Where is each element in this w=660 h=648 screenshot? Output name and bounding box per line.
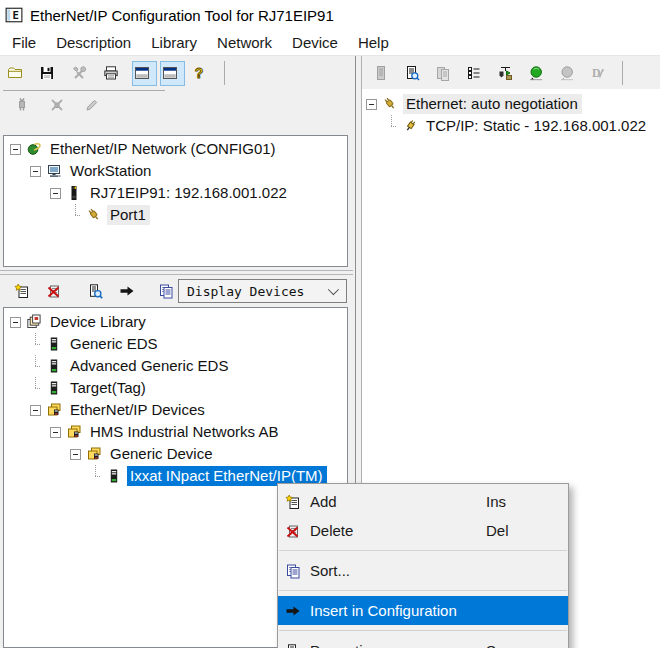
tree-item-label: Target(Tag) (67, 378, 150, 398)
module-black-icon (66, 185, 82, 201)
device-icon (46, 336, 62, 352)
view-right-pane-button[interactable] (160, 61, 185, 86)
chevron-down-icon (328, 284, 339, 295)
menu-library[interactable]: Library (141, 32, 207, 53)
tree-item[interactable]: TCP/IP: Static - 192.168.001.022 (366, 115, 660, 137)
library-icon (26, 314, 42, 330)
tree-item[interactable]: Ethernet: auto negotiation (366, 93, 660, 115)
network-icon (26, 141, 42, 157)
toolbar-separator (224, 61, 225, 85)
menu-item-insert-in-configuration[interactable]: Insert in Configuration (278, 596, 568, 625)
tree-item-label: Advanced Generic EDS (67, 356, 232, 376)
tree-connector (386, 115, 397, 137)
title-bar: E EtherNet/IP Configuration Tool for RJ7… (0, 0, 660, 30)
menu-device[interactable]: Device (282, 32, 348, 53)
device-icon (46, 380, 62, 396)
network-add-icon (497, 65, 513, 81)
menu-network[interactable]: Network (207, 32, 282, 53)
tree-item[interactable]: EtherNet/IP Network (CONFIG01) (10, 138, 347, 160)
device-properties-button[interactable] (84, 278, 110, 304)
tree-item-label: Ethernet: auto negotiation (403, 94, 582, 114)
tree-item[interactable]: EtherNet/IP Devices (10, 399, 347, 421)
add-device-button[interactable] (11, 278, 37, 304)
tree-item-label: HMS Industrial Networks AB (87, 422, 282, 442)
delete-device-icon (46, 283, 62, 299)
tree-item-label: Generic Device (107, 444, 217, 464)
menu-separator (279, 630, 567, 631)
tree-connector (70, 204, 81, 226)
help-button[interactable]: ? (188, 60, 214, 86)
insert-arrow-icon (285, 603, 301, 619)
plug-x-icon (49, 97, 65, 113)
open-button[interactable] (4, 60, 30, 86)
tree-item[interactable]: Port1 (10, 204, 347, 226)
expand-toggle[interactable] (10, 144, 21, 155)
expand-toggle[interactable] (30, 405, 41, 416)
tree-item[interactable]: Generic EDS (10, 333, 347, 355)
pane-icon (134, 65, 150, 81)
delete-device-button[interactable] (43, 278, 69, 304)
menu-item-label: Sort... (310, 562, 350, 579)
view-left-pane-button[interactable] (132, 61, 157, 86)
print-button[interactable] (100, 60, 126, 86)
expand-toggle[interactable] (30, 166, 41, 177)
expand-toggle[interactable] (70, 449, 81, 460)
menu-separator (279, 550, 567, 551)
menu-description[interactable]: Description (46, 32, 141, 53)
tree-item[interactable]: RJ71EIP91: 192.168.001.022 (10, 182, 347, 204)
expand-toggle[interactable] (10, 317, 21, 328)
tree-item[interactable]: WorkStation (10, 160, 347, 182)
svg-text:?: ? (194, 65, 203, 81)
tree-connector (90, 465, 101, 487)
port-icon (86, 207, 102, 223)
folder-icon (7, 65, 23, 81)
expand-toggle[interactable] (50, 188, 61, 199)
go-online-button[interactable] (525, 60, 551, 86)
expand-toggle[interactable] (366, 99, 377, 110)
menu-item-shortcut: Del (486, 522, 566, 539)
insert-in-configuration-button[interactable] (116, 278, 142, 304)
pencil-gray-icon (84, 97, 100, 113)
menu-item-properties[interactable]: PropertiesSpace (278, 636, 568, 648)
tree-item-label: TCP/IP: Static - 192.168.001.022 (423, 116, 650, 136)
properties-device-icon (285, 643, 301, 648)
tree-item-label: RJ71EIP91: 192.168.001.022 (87, 183, 291, 203)
library-toolbar: Display Devices (0, 276, 356, 306)
interface-toolbar: D (362, 56, 660, 90)
menu-item-add[interactable]: AddIns (278, 487, 568, 516)
tree-item[interactable]: HMS Industrial Networks AB (10, 421, 347, 443)
menu-file[interactable]: File (2, 32, 46, 53)
menu-item-label: Add (310, 493, 337, 510)
save-button[interactable] (36, 60, 62, 86)
tree-item[interactable]: Target(Tag) (10, 377, 347, 399)
menu-separator (279, 590, 567, 591)
tree-connector (30, 333, 41, 355)
module-search-icon (404, 65, 420, 81)
menu-item-shortcut: Ins (486, 493, 566, 510)
insert-network-button[interactable] (494, 60, 520, 86)
task-list-button[interactable] (463, 60, 489, 86)
toolbar-separator (622, 61, 623, 85)
device-group-icon (86, 446, 102, 462)
device-group-icon (66, 424, 82, 440)
window-title: EtherNet/IP Configuration Tool for RJ71E… (30, 7, 334, 24)
tree-item[interactable]: Device Library (10, 311, 347, 333)
tree-item[interactable]: Generic Device (10, 443, 347, 465)
print-icon (103, 65, 119, 81)
menu-item-delete[interactable]: DeleteDel (278, 516, 568, 545)
help-icon: ? (191, 65, 207, 81)
tree-item[interactable]: Advanced Generic EDS (10, 355, 347, 377)
diagnostics-button: D (587, 60, 613, 86)
menu-item-sort[interactable]: Sort... (278, 556, 568, 585)
list-icon (466, 65, 482, 81)
verify-module-button[interactable] (401, 60, 427, 86)
device-filter-dropdown[interactable]: Display Devices (178, 279, 347, 303)
disconnect-button (46, 92, 72, 118)
expand-toggle[interactable] (50, 427, 61, 438)
menu-help[interactable]: Help (348, 32, 399, 53)
svg-text:E: E (13, 9, 19, 22)
menu-item-label: Delete (310, 522, 353, 539)
d-slash-icon: D (590, 65, 606, 81)
network-toolbar (0, 90, 355, 120)
network-tree-panel: EtherNet/IP Network (CONFIG01)WorkStatio… (3, 135, 348, 267)
